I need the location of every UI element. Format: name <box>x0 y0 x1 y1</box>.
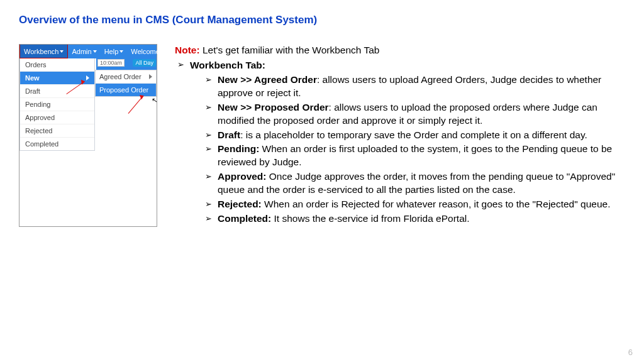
b-rest: Once Judge approves the order, it moves … <box>218 171 615 195</box>
page-title: Overview of the menu in CMS (Court Manag… <box>19 14 625 26</box>
b-rest: : is a placeholder to temporary save the… <box>240 129 587 140</box>
b-bold: Rejected: <box>218 199 262 209</box>
drop-draft[interactable]: Draft <box>20 85 94 98</box>
note-label: Note: <box>175 45 200 55</box>
new-submenu: Agreed Order Proposed Order <box>95 70 157 97</box>
menu-workbench[interactable]: Workbench <box>19 45 68 58</box>
bullet-proposed-order: New >> Proposed Order: allows users to u… <box>205 101 625 128</box>
drop-pending-label: Pending <box>25 101 50 108</box>
bullet-approved: Approved: Once Judge approves the order,… <box>205 170 625 197</box>
bullet-draft: Draft: is a placeholder to temporary sav… <box>205 129 625 142</box>
b-bold: Pending: <box>218 143 259 154</box>
drop-rejected-label: Rejected <box>25 127 52 134</box>
bullet-rejected: Rejected: When an order is Rejected for … <box>205 198 625 211</box>
menu-workbench-label: Workbench <box>24 48 58 55</box>
bullet-workbench-tab: Workbench Tab: New >> Agreed Order: allo… <box>177 59 625 226</box>
sub-agreed-label: Agreed Order <box>99 73 142 80</box>
drop-orders-label: Orders <box>25 61 47 69</box>
b-bold: New >> Agreed Order <box>218 74 317 85</box>
caret-down-icon <box>93 50 97 53</box>
workbench-tab-heading: Workbench Tab: <box>190 60 265 70</box>
drop-pending[interactable]: Pending <box>20 98 94 111</box>
bullet-pending: Pending: When an order is first uploaded… <box>205 143 625 169</box>
drop-completed[interactable]: Completed <box>20 138 94 150</box>
time-label: 10:00am <box>97 59 125 67</box>
workbench-dropdown: Orders New Draft Pending Approved Reject… <box>19 58 95 151</box>
b-rest: It shows the e-service id from Florida e… <box>271 213 469 224</box>
caret-down-icon <box>119 50 123 53</box>
description-text: Note: Let's get familiar with the Workbe… <box>175 44 625 227</box>
drop-draft-label: Draft <box>25 87 40 95</box>
b-bold: Draft <box>218 129 240 140</box>
menubar: Workbench Admin Help Welcome <box>19 45 157 58</box>
bullet-agreed-order: New >> Agreed Order: allows users to upl… <box>205 74 625 100</box>
drop-completed-label: Completed <box>25 140 58 148</box>
menu-help-label: Help <box>104 48 119 55</box>
b-bold: Completed: <box>218 213 271 224</box>
chevron-right-icon <box>86 75 89 80</box>
page-number: 6 <box>628 348 633 357</box>
note-text: Let's get familiar with the Workbench Ta… <box>200 45 380 55</box>
caret-down-icon <box>60 50 64 53</box>
menu-welcome-label: Welcome <box>131 48 160 55</box>
b-rest: When an order is first uploaded to the s… <box>218 143 612 167</box>
sub-proposed-order[interactable]: Proposed Order <box>96 84 156 96</box>
allday-button[interactable]: All Day <box>133 59 156 67</box>
b-bold: Approved: <box>218 171 267 182</box>
chevron-right-icon <box>149 74 152 79</box>
drop-new-label: New <box>25 74 40 82</box>
cursor-icon: ↖ <box>151 96 158 104</box>
menu-screenshot: Workbench Admin Help Welcome 10:00am All… <box>19 44 157 227</box>
drop-approved-label: Approved <box>25 114 55 121</box>
sub-agreed-order[interactable]: Agreed Order <box>96 70 156 84</box>
annotation-arrow-icon <box>128 96 143 114</box>
menu-welcome[interactable]: Welcome <box>127 45 164 58</box>
bullet-completed: Completed: It shows the e-service id fro… <box>205 212 625 226</box>
note-line: Note: Let's get familiar with the Workbe… <box>175 44 625 57</box>
sub-proposed-label: Proposed Order <box>99 86 148 94</box>
b-rest: When an order is Rejected for whatever r… <box>262 199 611 209</box>
b-bold: New >> Proposed Order <box>218 102 329 112</box>
calendar-strip: 10:00am All Day <box>96 58 157 70</box>
menu-help[interactable]: Help <box>101 45 128 58</box>
menu-admin-label: Admin <box>72 48 91 55</box>
menu-admin[interactable]: Admin <box>68 45 100 58</box>
drop-orders[interactable]: Orders <box>20 58 94 72</box>
drop-approved[interactable]: Approved <box>20 111 94 124</box>
drop-rejected[interactable]: Rejected <box>20 124 94 138</box>
